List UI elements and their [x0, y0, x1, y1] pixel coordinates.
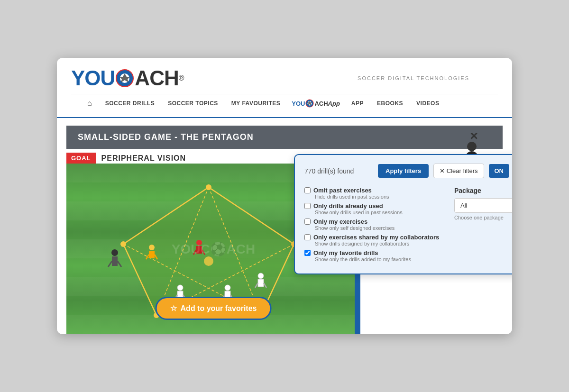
- svg-point-21: [149, 245, 155, 250]
- favorites-filter-checkbox[interactable]: [304, 250, 311, 256]
- svg-point-33: [225, 285, 230, 291]
- favorites-filter-text: Only my favorite drills: [313, 249, 378, 256]
- svg-point-16: [204, 256, 213, 266]
- package-label: Package: [454, 187, 512, 194]
- svg-point-17: [111, 249, 118, 256]
- filter-right: Package All Basic Premium Choose one pac…: [454, 187, 512, 265]
- only-used-text: Only drills already used: [313, 202, 383, 210]
- add-to-favorites-button[interactable]: ☆ Add to your favorites: [156, 297, 272, 320]
- nav-my-favourites[interactable]: MY FAVOURITES: [225, 95, 287, 111]
- nav-videos[interactable]: VIDEOS: [410, 95, 446, 111]
- svg-point-29: [177, 285, 183, 291]
- omit-past-desc: Hide drills used in past sessions: [315, 194, 445, 200]
- filter-top-bar: 770 drill(s) found Apply filters ✕ Clear…: [304, 164, 512, 178]
- svg-point-46: [467, 142, 477, 151]
- svg-rect-26: [196, 246, 202, 254]
- favorites-filter-desc: Show only the drills added to my favorit…: [315, 256, 445, 262]
- svg-text:✕: ✕: [469, 133, 478, 142]
- favorites-star-icon: ☆: [170, 304, 177, 313]
- nav-soccer-topics[interactable]: SOCCER TOPICS: [161, 95, 225, 111]
- site-header: YOU ACH ® SOCCER DIGITAL TECHNOLOGIES ⌂ …: [57, 58, 512, 118]
- clear-filters-button[interactable]: ✕ Clear filters: [433, 164, 484, 178]
- nav-soccer-drills[interactable]: SOCCER DRILLS: [99, 95, 162, 111]
- tagline: SOCCER DIGITAL TECHNOLOGIES: [358, 75, 498, 81]
- app-logo-you: YOU: [292, 100, 305, 107]
- browser-window: YOU ACH ® SOCCER DIGITAL TECHNOLOGIES ⌂ …: [57, 58, 512, 334]
- svg-rect-38: [258, 279, 264, 287]
- filter-option-only-mine: Only my exercises Show only self designe…: [304, 218, 445, 231]
- on-toggle-button[interactable]: ON: [489, 164, 510, 178]
- filter-option-favorites: Only my favorite drills Show only the dr…: [304, 249, 445, 262]
- favorites-btn-label: Add to your favorites: [181, 304, 257, 313]
- clear-filters-label: ✕ Clear filters: [440, 167, 477, 174]
- nav-youcoach-app[interactable]: YOU ACH App: [287, 97, 345, 109]
- svg-point-15: [120, 241, 126, 247]
- logo-area: YOU ACH ® SOCCER DIGITAL TECHNOLOGIES: [71, 66, 498, 90]
- svg-rect-22: [149, 251, 155, 258]
- apply-filters-button[interactable]: Apply filters: [378, 164, 429, 178]
- filter-option-omit-past: Omit past exercises Hide drills used in …: [304, 187, 445, 200]
- svg-point-37: [258, 273, 264, 279]
- only-used-desc: Show only drills used in past sessions: [315, 210, 445, 215]
- package-select[interactable]: All Basic Premium: [454, 198, 512, 213]
- drill-title: SMALL-SIDED GAME - THE PENTAGON: [78, 132, 254, 142]
- logo-you: YOU: [71, 66, 115, 90]
- collaborators-text: Only exercises shared by my collaborator…: [313, 234, 439, 241]
- filter-option-only-used: Only drills already used Show only drill…: [304, 202, 445, 215]
- omit-past-text: Omit past exercises: [313, 187, 372, 194]
- svg-point-11: [206, 184, 211, 190]
- filter-left: Omit past exercises Hide drills used in …: [304, 187, 445, 265]
- only-mine-desc: Show only self designed exercises: [315, 225, 445, 231]
- only-mine-text: Only my exercises: [313, 218, 367, 225]
- drill-header: SMALL-SIDED GAME - THE PENTAGON: [66, 126, 503, 149]
- collaborators-label[interactable]: Only exercises shared by my collaborator…: [304, 234, 445, 241]
- svg-point-25: [196, 240, 202, 246]
- only-mine-checkbox[interactable]: [304, 219, 311, 225]
- logo-coach: ACH: [135, 66, 178, 90]
- goal-text: PERIPHERAL VISION: [101, 154, 186, 163]
- svg-line-20: [118, 261, 121, 267]
- logo[interactable]: YOU ACH ®: [71, 66, 184, 90]
- filter-option-collaborators: Only exercises shared by my collaborator…: [304, 234, 445, 246]
- nav-app[interactable]: APP: [345, 95, 370, 111]
- nav-ebooks[interactable]: EBOOKS: [370, 95, 410, 111]
- only-used-checkbox[interactable]: [304, 203, 311, 209]
- omit-past-checkbox[interactable]: [304, 187, 311, 193]
- only-mine-label[interactable]: Only my exercises: [304, 218, 445, 225]
- svg-rect-18: [112, 256, 118, 266]
- goal-badge: GOAL: [66, 153, 96, 164]
- filter-body: Omit past exercises Hide drills used in …: [304, 187, 512, 265]
- svg-line-19: [108, 261, 112, 267]
- nav-home-icon[interactable]: ⌂: [81, 94, 99, 112]
- package-hint: Choose one package: [454, 215, 512, 220]
- logo-reg: ®: [179, 74, 184, 82]
- app-logo-coach: ACH: [314, 100, 328, 107]
- omit-past-label[interactable]: Omit past exercises: [304, 187, 445, 194]
- content-area: SMALL-SIDED GAME - THE PENTAGON GOAL PER…: [57, 126, 512, 334]
- collaborators-desc: Show drills designed by my collaborators: [315, 241, 445, 246]
- app-logo-rpp: App: [328, 100, 340, 107]
- main-nav: ⌂ SOCCER DRILLS SOCCER TOPICS MY FAVOURI…: [71, 94, 498, 112]
- favorites-filter-label[interactable]: Only my favorite drills: [304, 249, 445, 256]
- only-used-label[interactable]: Only drills already used: [304, 202, 445, 210]
- logo-ball-icon: [116, 69, 134, 87]
- drills-found-label: 770 drill(s) found: [304, 167, 373, 175]
- filter-popup: 770 drill(s) found Apply filters ✕ Clear…: [294, 154, 512, 274]
- collaborators-checkbox[interactable]: [304, 234, 311, 240]
